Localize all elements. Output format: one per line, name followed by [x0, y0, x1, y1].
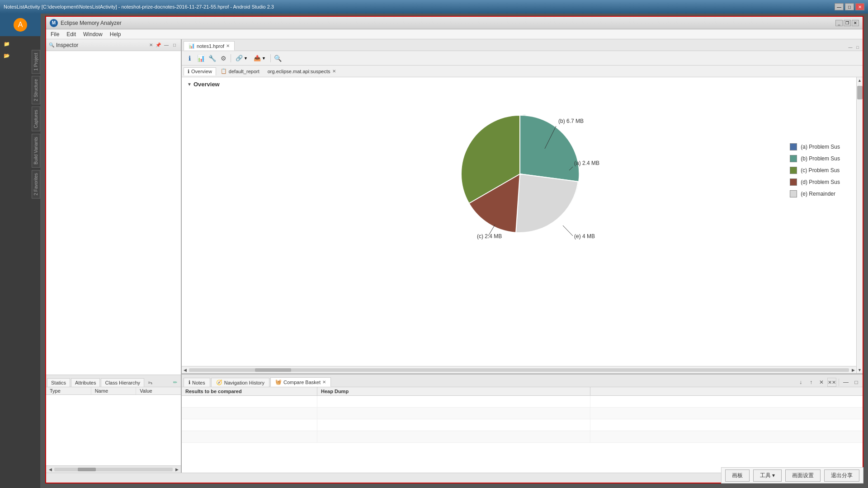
notes-label: Notes — [192, 380, 205, 385]
tab-class-hierarchy[interactable]: Class Hierarchy — [101, 378, 144, 387]
toolbar-bar-chart-btn[interactable]: 📊 — [196, 53, 206, 63]
vtab-project[interactable]: 1 Project — [32, 50, 40, 74]
bottom-toolbar-maximize-btn[interactable]: □ — [852, 378, 861, 387]
notes-icon: ℹ — [189, 380, 190, 385]
col-heap-dump: Heap Dump — [317, 387, 590, 395]
vscroll-down-btn[interactable]: ▼ — [857, 367, 863, 373]
compare-basket-content: Results to be compared Heap Dump — [182, 387, 863, 473]
inspector-minimize-btn[interactable]: — — [163, 42, 170, 49]
overview-subtab-label: Overview — [191, 69, 212, 74]
dropdown-arrow-icon: ▼ — [244, 56, 248, 61]
inspector-body — [46, 51, 181, 375]
editor-maximize-btn[interactable]: □ — [854, 44, 861, 51]
legend-item-e: (e) Remainder — [790, 190, 840, 197]
left-hscroll-thumb[interactable] — [78, 468, 96, 471]
toolbar-info-btn[interactable]: ℹ — [184, 53, 194, 63]
bottom-toolbar-remove-btn[interactable]: ✕ — [817, 378, 826, 387]
vtab-captures[interactable]: Captures — [32, 107, 40, 131]
suspects-close[interactable]: ✕ — [332, 69, 336, 74]
menu-file[interactable]: File — [47, 30, 63, 38]
tab-extra[interactable]: »₁ — [145, 378, 155, 387]
os-maximize-btn[interactable]: □ — [845, 3, 854, 10]
eclipse-minimize-btn[interactable]: _ — [835, 20, 843, 26]
bottom-toolbar-minimize-btn[interactable]: — — [841, 378, 850, 387]
os-minimize-btn[interactable]: — — [835, 3, 844, 10]
bottom-toolbar-down-btn[interactable]: ↓ — [796, 378, 805, 387]
vtab-favorites[interactable]: 2 Favorites — [32, 170, 40, 198]
toolbar-export-dropdown-btn[interactable]: 📤 ▼ — [251, 54, 268, 62]
inspector-close-icon: ✕ — [149, 42, 153, 47]
table-row — [182, 396, 863, 408]
report-icon: 📋 — [221, 68, 227, 74]
toolbar-search-btn[interactable]: 🔍 — [273, 53, 283, 63]
subtab-overview[interactable]: ℹ Overview — [184, 67, 216, 75]
overview-collapse-arrow[interactable]: ▼ — [187, 82, 192, 87]
svg-text:(a)  2.4 MB: (a) 2.4 MB — [574, 160, 599, 166]
svg-line-6 — [563, 225, 573, 236]
toolbar-run-dropdown-btn[interactable]: 🔗 ▼ — [233, 54, 250, 62]
inspector-table-body — [46, 395, 181, 465]
exit-share-btn[interactable]: 退出分享 — [824, 469, 859, 482]
eclipse-close-btn[interactable]: ✕ — [852, 20, 859, 26]
menu-help[interactable]: Help — [106, 30, 125, 38]
vscroll-up-btn[interactable]: ▲ — [857, 77, 863, 84]
os-close-btn[interactable]: ✕ — [855, 3, 864, 10]
tab-statics[interactable]: Statics — [47, 378, 70, 387]
tools-btn[interactable]: 工具 ▾ — [753, 469, 782, 482]
hscroll-thumb[interactable] — [255, 368, 291, 372]
vtab-structure[interactable]: 2 Structure — [32, 76, 40, 104]
eclipse-restore-btn[interactable]: ❐ — [844, 20, 851, 26]
tab-attributes[interactable]: Attributes — [71, 378, 100, 387]
pie-chart-main: (b) 6.7 MB (a) 2.4 MB (e) 4 MB — [436, 98, 608, 243]
inspector-maximize-btn[interactable]: □ — [171, 42, 178, 49]
col-results-to-compare: Results to be compared — [182, 387, 317, 395]
left-scroll-right[interactable]: ▶ — [174, 466, 180, 473]
navhistory-icon: 🧭 — [216, 380, 222, 385]
col-type: Type — [46, 387, 91, 394]
bottom-toolbar-up-btn[interactable]: ↑ — [807, 378, 816, 387]
editor-tab-label: notes1.hprof — [197, 43, 224, 49]
bottom-tab-navhistory[interactable]: 🧭 Navigation History — [211, 378, 269, 387]
subtab-suspects[interactable]: org.eclipse.mat.api:suspects ✕ — [264, 68, 340, 75]
eclipse-logo: M — [50, 19, 58, 27]
hscroll-left-btn[interactable]: ◀ — [182, 367, 188, 373]
vtab-buildvariants[interactable]: Build Variants — [32, 134, 40, 168]
toolbar-heap-btn[interactable]: 🔧 — [207, 53, 217, 63]
editor-minimize-btn[interactable]: — — [847, 44, 854, 51]
comparebasket-label: Compare Basket — [283, 380, 321, 385]
chart-legend: (a) Problem Sus (b) Problem Sus (c) Prob… — [790, 143, 840, 197]
menu-edit[interactable]: Edit — [63, 30, 80, 38]
eclipse-title: Eclipse Memory Analyzer — [61, 20, 835, 26]
inspector-icon: 🔍 — [49, 42, 54, 47]
editor-tab-close[interactable]: ✕ — [226, 43, 230, 48]
legend-item-d: (d) Problem Sus — [790, 178, 840, 186]
bottom-tab-notes[interactable]: ℹ Notes — [184, 378, 210, 387]
table-row — [182, 408, 863, 419]
screen-settings-btn[interactable]: 画面设置 — [785, 469, 821, 482]
svg-text:(e)  4 MB: (e) 4 MB — [574, 233, 595, 239]
table-row — [182, 419, 863, 431]
app-icon: A — [0, 14, 41, 36]
subtab-default-report[interactable]: 📋 default_report — [217, 67, 263, 75]
comparebasket-close[interactable]: ✕ — [322, 380, 326, 385]
svg-text:(b)  6.7 MB: (b) 6.7 MB — [558, 118, 584, 124]
inspector-pin-btn[interactable]: 📌 — [155, 42, 162, 49]
huaban-btn[interactable]: 画板 — [725, 469, 750, 482]
os-title: NotesListActivity [C:\development\NotesL… — [4, 4, 835, 9]
bottom-toolbar-removeall-btn[interactable]: ✕✕ — [827, 378, 836, 387]
bottom-tab-comparebasket[interactable]: 🧺 Compare Basket ✕ — [270, 377, 331, 387]
legend-item-a: (a) Problem Sus — [790, 143, 840, 150]
editor-tab-notes1[interactable]: 📊 notes1.hprof ✕ — [184, 41, 235, 51]
overview-content: ▼ Overview — [182, 77, 863, 373]
tab-edit-icon[interactable]: ✏ — [171, 378, 179, 387]
menu-window[interactable]: Window — [80, 30, 106, 38]
toolbar-settings-btn[interactable]: ⚙ — [218, 53, 228, 63]
left-scroll-left[interactable]: ◀ — [47, 466, 53, 473]
vscroll-thumb[interactable] — [857, 86, 863, 99]
hprof-icon: 📊 — [189, 43, 195, 49]
hscroll-right-btn[interactable]: ▶ — [850, 367, 856, 373]
legend-item-c: (c) Problem Sus — [790, 167, 840, 174]
report-label: default_report — [229, 69, 259, 74]
suspects-label: org.eclipse.mat.api:suspects — [268, 69, 330, 74]
sidebar-item-file[interactable]: 📁 — [0, 38, 40, 50]
